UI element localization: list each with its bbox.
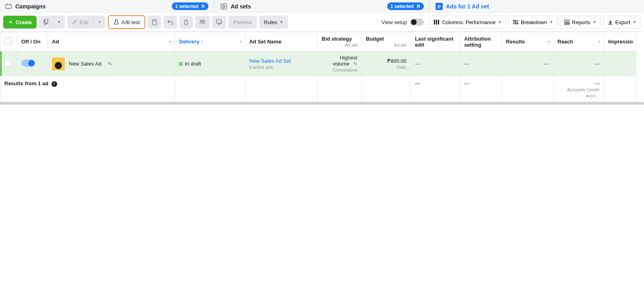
header-adset[interactable]: Ad Set Name: [245, 32, 318, 51]
summary-attribution-cell: —: [460, 76, 502, 102]
svg-rect-9: [45, 19, 48, 23]
rules-label: Rules: [264, 19, 277, 25]
row-lastedit-cell: —: [411, 51, 460, 76]
summary-row: Results from 1 ad i — — —Accounts Center…: [0, 76, 636, 102]
tab-adsets-label: Ad sets: [231, 3, 251, 10]
preview-button[interactable]: Preview: [228, 16, 256, 29]
svg-rect-15: [434, 20, 435, 25]
export-mini-button[interactable]: [212, 16, 226, 29]
chevron-down-icon: ▼: [498, 20, 502, 24]
export-label: Export: [615, 19, 631, 25]
campaigns-selected-badge[interactable]: 1 selected ✕: [172, 2, 208, 10]
header-lastedit[interactable]: Last significant edit: [411, 32, 460, 51]
abtest-button[interactable]: A/B test: [108, 15, 146, 29]
header-reach[interactable]: Reach▼: [553, 32, 604, 51]
row-ad-cell[interactable]: New Sales Ad ✎: [48, 51, 175, 76]
duplicate-dropdown[interactable]: ▼: [53, 16, 65, 29]
svg-rect-10: [153, 20, 156, 25]
tab-campaigns[interactable]: Campaigns 1 selected ✕: [0, 0, 214, 12]
summary-lastedit-text: —: [415, 80, 420, 86]
summary-label-cell: Results from 1 ad i: [0, 76, 175, 102]
header-delivery[interactable]: Delivery ↑▼: [175, 32, 245, 51]
chevron-down-icon: ▼: [98, 20, 101, 24]
svg-point-12: [200, 20, 202, 22]
assign-button[interactable]: [195, 16, 210, 29]
edit-group: Edit ▼: [67, 16, 105, 29]
edit-label: Edit: [79, 19, 88, 25]
edit-button[interactable]: Edit: [67, 16, 93, 29]
summary-bid-cell: [318, 76, 362, 102]
create-button[interactable]: ＋ Create: [3, 16, 37, 29]
row-delivery-cell: In draft: [175, 51, 245, 76]
duplicate-group: ▼: [39, 16, 65, 29]
status-draft-icon: [179, 62, 182, 66]
bid-sub: Conversions: [333, 68, 357, 72]
preview-label: Preview: [233, 19, 252, 25]
close-icon[interactable]: ✕: [416, 3, 421, 9]
delete-button[interactable]: [180, 16, 193, 29]
abtest-label: A/B test: [122, 19, 140, 25]
header-budget[interactable]: BudgetAd set: [362, 32, 411, 51]
plus-icon: ＋: [8, 18, 13, 26]
breakdown-button[interactable]: Breakdown ▼: [508, 16, 557, 29]
create-label: Create: [16, 19, 32, 25]
attribution-text: —: [464, 61, 469, 67]
row-results-cell: —: [502, 51, 553, 76]
close-icon[interactable]: ✕: [201, 3, 205, 9]
budget-text: ₱800.00: [387, 58, 407, 64]
tab-adsets[interactable]: Ad sets 1 selected ✕: [215, 0, 429, 12]
pencil-icon[interactable]: ✎: [108, 61, 112, 67]
summary-reach-text: —: [594, 80, 600, 86]
reports-icon: [564, 20, 570, 25]
chevron-down-icon: ▼: [239, 40, 242, 44]
download-icon: [608, 20, 613, 25]
summary-budget-cell: [362, 76, 411, 102]
header-onoff[interactable]: Off / On: [17, 32, 48, 51]
svg-rect-1: [221, 4, 223, 6]
chevron-down-icon: ▼: [57, 20, 61, 24]
rules-button[interactable]: Rules ▼: [259, 16, 288, 29]
columns-button[interactable]: Columns: Performance ▼: [429, 16, 506, 29]
row-adset-cell[interactable]: New Sales Ad Set0 active ads: [245, 51, 318, 76]
copy-button[interactable]: [148, 16, 161, 29]
sort-asc-icon: ↑: [201, 39, 204, 45]
info-icon[interactable]: i: [52, 81, 57, 87]
header-lastedit-label: Last significant edit: [415, 36, 453, 48]
export-button[interactable]: Export ▼: [603, 16, 641, 29]
chevron-down-icon: ▼: [549, 20, 553, 24]
undo-button[interactable]: [163, 16, 177, 29]
row-checkbox-cell[interactable]: [0, 51, 17, 76]
header-impressions-label: Impressio: [608, 39, 633, 45]
header-checkbox[interactable]: [0, 32, 17, 51]
header-impressions[interactable]: Impressio: [604, 32, 636, 51]
tab-ads[interactable]: Ads for 1 Ad set: [431, 0, 644, 12]
header-bid[interactable]: Bid strategyAd set: [318, 32, 362, 51]
duplicate-button[interactable]: [39, 16, 53, 29]
edit-dropdown[interactable]: ▼: [93, 16, 105, 29]
columns-label: Columns: Performance: [442, 19, 495, 25]
pencil-icon[interactable]: ✎: [353, 61, 357, 67]
reports-button[interactable]: Reports ▼: [560, 16, 601, 29]
badge-text: 1 selected: [175, 4, 198, 9]
adset-link[interactable]: New Sales Ad Set: [249, 58, 291, 64]
toolbar: ＋ Create ▼ Edit ▼ A/B test Preview Rules…: [0, 13, 644, 32]
svg-rect-0: [6, 4, 11, 8]
svg-rect-5: [438, 5, 441, 6]
summary-lastedit-cell: —: [411, 76, 460, 102]
view-setup-toggle[interactable]: View setup: [382, 18, 427, 26]
lastedit-text: —: [415, 61, 420, 67]
adsets-selected-badge[interactable]: 1 selected ✕: [387, 2, 424, 10]
tab-campaigns-label: Campaigns: [15, 3, 45, 10]
header-results[interactable]: Results▼: [502, 32, 553, 51]
reach-text: —: [594, 61, 600, 67]
reports-label: Reports: [572, 19, 590, 25]
header-ad[interactable]: Ad▼: [48, 32, 175, 51]
ad-thumbnail: [52, 58, 65, 70]
svg-rect-11: [153, 19, 155, 21]
delivery-text: In draft: [185, 61, 201, 67]
row-toggle-cell[interactable]: [17, 51, 48, 76]
table-row[interactable]: New Sales Ad ✎ In draft New Sales Ad Set…: [0, 51, 636, 76]
header-attribution[interactable]: Attribution setting: [460, 32, 502, 51]
checkbox-icon: [4, 37, 12, 45]
header-budget-sub: Ad set: [366, 43, 407, 47]
